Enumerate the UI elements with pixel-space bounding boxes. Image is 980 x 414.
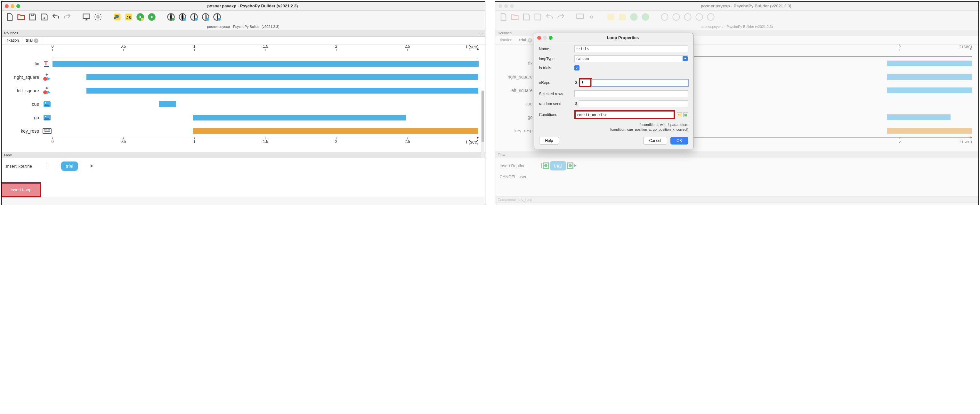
tab-fixation[interactable]: fixation: [497, 36, 516, 44]
globe-info-icon[interactable]: [694, 13, 704, 21]
insert-routine-button[interactable]: Insert Routine: [500, 163, 541, 168]
titlebar: posner.psyexp - PsychoPy Builder (v2021.…: [2, 2, 485, 11]
new-file-icon[interactable]: [498, 13, 508, 21]
tab-trial[interactable]: trial×: [516, 36, 536, 44]
new-file-icon[interactable]: [5, 13, 14, 21]
maximize-window-icon[interactable]: [16, 4, 20, 8]
settings-gear-icon[interactable]: [587, 13, 597, 21]
window-title: posner.psyexp - PsychoPy Builder (v2021.…: [517, 3, 975, 8]
compile-python-icon[interactable]: [606, 13, 616, 21]
close-dialog-icon[interactable]: [537, 36, 541, 40]
monitor-icon[interactable]: [82, 13, 91, 21]
chevron-down-icon[interactable]: [682, 56, 688, 61]
conditions-input[interactable]: [576, 112, 674, 118]
component-row-cue[interactable]: cue: [8, 98, 479, 111]
looptype-select[interactable]: [574, 56, 688, 62]
timeline-bar[interactable]: [193, 128, 478, 134]
tab-fixation[interactable]: fixation: [3, 37, 22, 44]
random-seed-input[interactable]: [579, 100, 688, 107]
globe-docs-icon[interactable]: [706, 13, 716, 21]
ok-button[interactable]: OK: [670, 137, 688, 144]
compile-js-icon[interactable]: JS: [124, 13, 134, 21]
svg-rect-28: [44, 129, 45, 130]
svg-point-12: [183, 18, 186, 21]
globe-info-icon[interactable]: [201, 13, 210, 21]
minimize-window-icon[interactable]: [11, 4, 14, 8]
svg-point-22: [43, 90, 47, 94]
svg-point-26: [45, 116, 46, 117]
save-as-icon[interactable]: [40, 13, 49, 21]
svg-text:JS: JS: [126, 15, 131, 19]
component-row-go[interactable]: go: [8, 111, 479, 124]
save-as-icon[interactable]: [533, 13, 542, 21]
close-tab-icon[interactable]: ×: [528, 38, 532, 43]
settings-gear-icon[interactable]: [93, 13, 103, 21]
subtitle: posner.psyexp - PsychoPy Builder (v2021.…: [2, 23, 485, 30]
insert-loop-button[interactable]: Insert Loop: [1, 182, 41, 197]
loop-end-marker[interactable]: [567, 163, 573, 169]
svg-point-14: [195, 18, 197, 21]
open-conditions-file-icon[interactable]: 📁: [677, 112, 682, 117]
timeline-bar[interactable]: [86, 88, 478, 94]
sync-online-icon[interactable]: [660, 13, 670, 21]
close-window-icon[interactable]: [5, 4, 9, 8]
loop-start-marker[interactable]: [542, 163, 549, 169]
timeline-bar[interactable]: [159, 101, 176, 107]
save-icon[interactable]: [28, 13, 37, 21]
help-button[interactable]: Help: [539, 137, 559, 144]
svg-point-18: [218, 18, 221, 21]
monitor-icon[interactable]: [575, 13, 585, 21]
component-row-key-resp[interactable]: key_resp: [8, 124, 479, 138]
run-pilot-icon[interactable]: [629, 13, 639, 21]
close-tab-icon[interactable]: ×: [34, 38, 38, 43]
flow-routine-trial[interactable]: trial: [61, 161, 78, 171]
run-icon[interactable]: [147, 13, 157, 21]
flow-routine-trial[interactable]: trial: [550, 161, 566, 171]
close-window-icon[interactable]: [498, 4, 502, 8]
maximize-window-icon[interactable]: [510, 4, 514, 8]
globe-docs-icon[interactable]: [212, 13, 222, 21]
keyboard-component-icon: [41, 128, 52, 134]
timeline-bar[interactable]: [86, 74, 478, 80]
globe-user-icon[interactable]: [683, 13, 692, 21]
minimize-window-icon[interactable]: [504, 4, 508, 8]
run-pilot-icon[interactable]: [135, 13, 145, 21]
panel-collapse-icon[interactable]: ▭: [479, 31, 482, 35]
open-file-icon[interactable]: [510, 13, 520, 21]
globe-user-icon[interactable]: [189, 13, 199, 21]
name-input[interactable]: [574, 45, 688, 52]
compile-python-icon[interactable]: [112, 13, 122, 21]
run-icon[interactable]: [641, 13, 650, 21]
globe-search-icon[interactable]: [671, 13, 681, 21]
svg-rect-36: [607, 14, 614, 21]
redo-icon[interactable]: [556, 13, 566, 21]
component-row-right-square[interactable]: right_square: [8, 70, 479, 84]
selected-rows-input[interactable]: [574, 90, 688, 97]
save-icon[interactable]: [522, 13, 531, 21]
open-file-icon[interactable]: [16, 13, 26, 21]
cancel-insert-button[interactable]: CANCEL insert: [500, 174, 541, 179]
preview-conditions-icon[interactable]: ▦: [683, 112, 688, 117]
nreps-input[interactable]: [580, 80, 590, 86]
tab-trial[interactable]: trial×: [22, 37, 42, 45]
is-trials-checkbox[interactable]: ✓: [574, 66, 579, 70]
undo-icon[interactable]: [51, 13, 60, 21]
cancel-button[interactable]: Cancel: [643, 137, 667, 144]
dialog-title: Loop Properties: [556, 35, 690, 40]
insert-routine-button[interactable]: Insert Routine: [6, 164, 48, 169]
svg-point-35: [590, 16, 593, 18]
redo-icon[interactable]: [62, 13, 72, 21]
svg-rect-34: [577, 14, 583, 19]
maximize-dialog-icon[interactable]: [549, 36, 553, 40]
timeline-bar[interactable]: [52, 61, 479, 67]
nreps-input-rest[interactable]: [592, 80, 688, 86]
subtitle: posner.psyexp - PsychoPy Builder (v2021.…: [495, 23, 979, 30]
undo-icon[interactable]: [544, 13, 554, 21]
timeline-bar[interactable]: [193, 115, 406, 120]
compile-js-icon[interactable]: [617, 13, 627, 21]
component-row-left-square[interactable]: left_square: [8, 84, 479, 98]
component-row-fix[interactable]: fix T: [8, 57, 479, 70]
sync-online-icon[interactable]: [166, 13, 176, 21]
globe-search-icon[interactable]: [178, 13, 187, 21]
random-seed-label: random seed: [539, 102, 574, 106]
